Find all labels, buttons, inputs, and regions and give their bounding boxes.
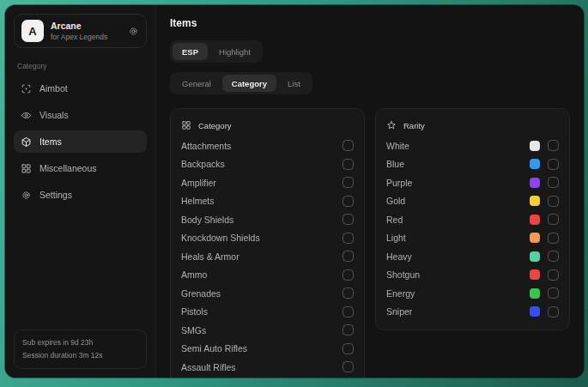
category-checkbox[interactable] [342, 251, 354, 262]
rarity-label: Shotgun [386, 269, 512, 280]
session-duration-text: Session duration 3m 12s [22, 349, 138, 362]
sidebar-item-items[interactable]: Items [14, 130, 147, 153]
sidebar-item-label: Aimbot [39, 83, 68, 94]
category-label: SMGs [181, 325, 342, 336]
rarity-controls [512, 269, 559, 281]
rarity-row-sniper: Sniper [386, 303, 559, 322]
target-gear-icon[interactable] [128, 26, 139, 37]
rarity-row-purple: Purple [386, 173, 559, 192]
rarity-color-swatch[interactable] [530, 159, 540, 169]
category-label: Knockdown Shields [181, 233, 342, 243]
category-row-body-shields: Body Shields [181, 210, 354, 229]
rarity-label: Purple [386, 178, 512, 188]
gear-icon[interactable] [512, 251, 522, 261]
rarity-color-swatch[interactable] [530, 306, 540, 317]
category-row-grenades: Grenades [181, 284, 354, 303]
category-row-semi-auto-rifles: Semi Auto Rifles [181, 340, 354, 359]
category-panel: Category Attachments Backpacks Amplifier [170, 108, 365, 378]
rarity-label: Heavy [386, 251, 512, 262]
category-checkbox[interactable] [342, 140, 354, 151]
rarity-checkbox[interactable] [548, 269, 559, 281]
rarity-checkbox[interactable] [548, 306, 559, 317]
app-title: Arcane [51, 21, 107, 31]
category-label: Helmets [181, 196, 342, 206]
rarity-color-swatch[interactable] [530, 251, 540, 262]
page-title: Items [170, 17, 570, 29]
rarity-label: Blue [386, 159, 512, 169]
rarity-label: Sniper [386, 306, 512, 317]
category-row-attachments: Attachments [181, 136, 354, 155]
category-checkbox[interactable] [342, 287, 354, 299]
category-checkbox[interactable] [342, 306, 354, 317]
gear-icon[interactable] [512, 160, 522, 169]
category-checkbox[interactable] [342, 214, 354, 225]
rarity-checkbox[interactable] [548, 140, 559, 151]
mode-tabs: ESP Highlight [170, 40, 263, 63]
tab-category[interactable]: Category [222, 75, 276, 92]
tab-general[interactable]: General [173, 75, 221, 92]
tab-label: List [288, 79, 300, 88]
category-label: Body Shields [181, 215, 342, 225]
gear-icon[interactable] [512, 215, 522, 224]
rarity-checkbox[interactable] [548, 233, 559, 244]
rarity-row-light: Light [386, 229, 559, 248]
category-checkbox[interactable] [342, 324, 354, 336]
subscription-info-card: Sub expires in 9d 23h Session duration 3… [14, 330, 147, 369]
rarity-row-heavy: Heavy [386, 247, 559, 266]
gear-icon[interactable] [512, 233, 522, 243]
category-panel-header: Category [181, 116, 354, 136]
category-checkbox[interactable] [342, 343, 354, 354]
sidebar-nav: Aimbot Visuals Items Miscellaneous Setti… [14, 77, 147, 206]
sidebar-item-settings[interactable]: Settings [14, 184, 147, 206]
rarity-checkbox[interactable] [548, 159, 559, 170]
tab-label: ESP [182, 47, 198, 57]
sidebar-item-miscellaneous[interactable]: Miscellaneous [14, 157, 147, 179]
eye-icon [21, 110, 32, 121]
sidebar-item-visuals[interactable]: Visuals [14, 104, 147, 126]
category-row-smgs: SMGs [181, 321, 354, 340]
gear-icon[interactable] [512, 288, 522, 298]
category-checkbox[interactable] [342, 361, 354, 372]
tab-list[interactable]: List [278, 75, 310, 92]
rarity-controls [512, 196, 559, 207]
category-checkbox[interactable] [342, 159, 354, 170]
rarity-row-shotgun: Shotgun [386, 266, 559, 285]
category-checkbox[interactable] [342, 196, 354, 207]
rarity-checkbox[interactable] [548, 287, 559, 299]
gear-icon[interactable] [512, 270, 522, 280]
gear-icon[interactable] [512, 307, 522, 317]
category-list: Attachments Backpacks Amplifier Helmets [181, 136, 354, 378]
category-row-heals-armor: Heals & Armor [181, 247, 354, 266]
tab-highlight[interactable]: Highlight [209, 43, 260, 60]
sidebar-item-aimbot[interactable]: Aimbot [14, 77, 147, 100]
rarity-checkbox[interactable] [548, 214, 559, 225]
category-row-knockdown-shields: Knockdown Shields [181, 229, 354, 248]
rarity-color-swatch[interactable] [530, 178, 540, 188]
category-checkbox[interactable] [342, 269, 354, 281]
rarity-color-swatch[interactable] [530, 196, 540, 206]
rarity-color-swatch[interactable] [530, 141, 540, 151]
rarity-checkbox[interactable] [548, 196, 559, 207]
tab-esp[interactable]: ESP [173, 43, 208, 60]
brand-text: Arcane for Apex Legends [51, 21, 107, 41]
gear-icon[interactable] [512, 178, 522, 187]
rarity-color-swatch[interactable] [530, 269, 540, 280]
sidebar-section-label: Category [17, 62, 143, 70]
gear-icon[interactable] [512, 197, 522, 206]
category-checkbox[interactable] [342, 233, 354, 244]
rarity-color-swatch[interactable] [530, 215, 540, 225]
category-grid-icon [181, 120, 191, 130]
category-row-lmgs: LMGs [181, 377, 354, 378]
rarity-color-swatch[interactable] [530, 233, 540, 243]
rarity-checkbox[interactable] [548, 251, 559, 262]
rarity-list: White Blue [386, 136, 559, 321]
rarity-checkbox[interactable] [548, 177, 559, 188]
category-checkbox[interactable] [342, 177, 354, 188]
category-label: Assault Rifles [181, 362, 342, 372]
sidebar-item-label: Items [39, 136, 62, 147]
category-row-backpacks: Backpacks [181, 155, 354, 174]
gear-icon[interactable] [512, 141, 522, 150]
category-label: Semi Auto Rifles [181, 343, 342, 354]
rarity-color-swatch[interactable] [530, 288, 540, 299]
category-row-amplifier: Amplifier [181, 173, 354, 192]
